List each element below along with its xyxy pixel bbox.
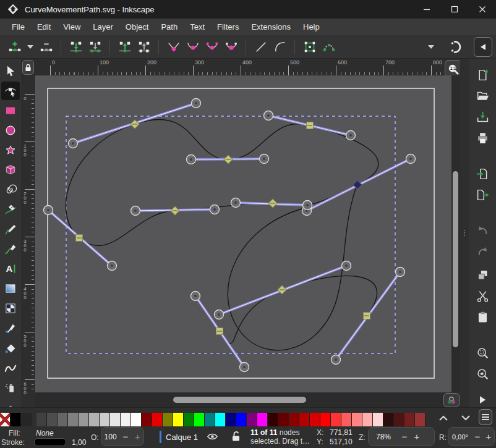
- delete-node-button[interactable]: [36, 37, 56, 56]
- text-tool[interactable]: A: [1, 260, 20, 278]
- gradient-tool[interactable]: [1, 279, 20, 298]
- panel-resize-handle[interactable]: ⋮: [460, 59, 469, 407]
- delete-segment-button[interactable]: [134, 37, 153, 56]
- zoom-selection-button[interactable]: [474, 345, 491, 361]
- menu-layer[interactable]: Layer: [87, 20, 119, 33]
- node-corner-button[interactable]: [164, 37, 183, 56]
- menu-extensions[interactable]: Extensions: [246, 20, 296, 33]
- palette-swatch[interactable]: [100, 413, 110, 426]
- palette-swatch[interactable]: [184, 413, 194, 426]
- palette-swatch[interactable]: [121, 413, 131, 426]
- dropper-tool[interactable]: [1, 319, 20, 337]
- import-button[interactable]: [474, 166, 491, 182]
- node-symmetric-button[interactable]: [202, 37, 221, 56]
- palette-swatch[interactable]: [394, 413, 404, 426]
- spray-tool[interactable]: [1, 378, 20, 397]
- box-3d-tool[interactable]: [1, 161, 20, 179]
- paint-bucket-tool[interactable]: [1, 339, 20, 357]
- palette-swatch[interactable]: [131, 413, 142, 426]
- palette-swatch[interactable]: [58, 413, 68, 426]
- zoom-increase-button[interactable]: +: [411, 431, 423, 442]
- collapse-panel-button[interactable]: [474, 37, 492, 57]
- palette-swatch[interactable]: [215, 413, 226, 426]
- horizontal-scrollbar-thumb[interactable]: [173, 397, 306, 403]
- duplicate-button[interactable]: [474, 267, 491, 283]
- palette-swatch[interactable]: [47, 413, 58, 426]
- palette-swatch[interactable]: [79, 413, 89, 426]
- canvas-viewport[interactable]: [35, 75, 451, 392]
- palette-swatch[interactable]: [142, 413, 152, 426]
- break-nodes-button[interactable]: [115, 37, 134, 56]
- join-with-segment-button[interactable]: [85, 37, 105, 56]
- save-document-button[interactable]: [474, 109, 491, 125]
- calligraphy-tool[interactable]: [1, 240, 20, 258]
- rotation-spinbox[interactable]: 0,00° − +: [448, 427, 495, 446]
- zoom-drawing-button[interactable]: [474, 366, 491, 382]
- open-document-button[interactable]: [474, 88, 491, 104]
- palette-swatch[interactable]: [226, 413, 236, 426]
- selector-tool[interactable]: [1, 62, 20, 80]
- spiral-tool[interactable]: [1, 180, 20, 199]
- palette-swatch[interactable]: [299, 413, 310, 426]
- opacity-value[interactable]: 100: [101, 433, 119, 441]
- palette-swatch[interactable]: [331, 413, 341, 426]
- commands-more-button[interactable]: [474, 392, 491, 408]
- palette-swatch[interactable]: [152, 413, 163, 426]
- rectangle-tool[interactable]: [1, 101, 20, 120]
- paste-button[interactable]: [474, 309, 491, 325]
- lock-guides-button[interactable]: [22, 60, 34, 75]
- layer-name[interactable]: Calque 1: [166, 433, 198, 442]
- new-document-button[interactable]: [474, 67, 491, 83]
- zoom-decrease-button[interactable]: −: [398, 431, 411, 442]
- pen-tool[interactable]: [1, 200, 20, 219]
- node-auto-button[interactable]: [221, 37, 241, 56]
- palette-swatch[interactable]: [236, 413, 247, 426]
- rotation-decrease-button[interactable]: −: [472, 431, 483, 442]
- menu-text[interactable]: Text: [184, 20, 210, 33]
- fill-value[interactable]: None: [36, 429, 54, 437]
- palette-swatch[interactable]: [247, 413, 257, 426]
- mesh-gradient-tool[interactable]: [1, 299, 20, 318]
- undo-button[interactable]: [474, 222, 491, 239]
- palette-swatch[interactable]: [0, 413, 11, 426]
- palette-swatch[interactable]: [11, 413, 21, 426]
- tweak-tool[interactable]: [1, 358, 20, 377]
- zoom-value[interactable]: 78%: [369, 433, 398, 441]
- menu-file[interactable]: File: [6, 20, 30, 33]
- palette-swatch[interactable]: [352, 413, 362, 426]
- rotation-increase-button[interactable]: +: [483, 431, 494, 442]
- object-to-path-button[interactable]: [300, 37, 319, 56]
- menu-edit[interactable]: Edit: [32, 20, 56, 33]
- zoom-spinbox[interactable]: 78% − +: [368, 427, 435, 446]
- vertical-scrollbar-thumb[interactable]: [453, 171, 458, 347]
- export-button[interactable]: [474, 187, 491, 203]
- ellipse-tool[interactable]: [1, 121, 20, 140]
- palette-swatch[interactable]: [194, 413, 205, 426]
- palette-swatch[interactable]: [404, 413, 415, 426]
- palette-swatch[interactable]: [21, 413, 32, 426]
- palette-swatch[interactable]: [36, 413, 47, 426]
- close-button[interactable]: [468, 0, 496, 19]
- palette-scroll-up-button[interactable]: [435, 410, 451, 425]
- node-editor-tool[interactable]: [1, 82, 20, 100]
- palette-menu-button[interactable]: [479, 409, 492, 425]
- palette-swatch[interactable]: [278, 413, 289, 426]
- x-entry-dropdown[interactable]: [425, 37, 437, 56]
- segment-curve-button[interactable]: [270, 37, 289, 56]
- menu-path[interactable]: Path: [155, 20, 183, 33]
- node-smooth-button[interactable]: [183, 37, 202, 56]
- print-button[interactable]: [474, 130, 491, 146]
- palette-swatch[interactable]: [163, 413, 173, 426]
- stroke-swatch[interactable]: [34, 438, 66, 446]
- join-nodes-button[interactable]: [66, 37, 85, 56]
- horizontal-scrollbar[interactable]: [35, 392, 451, 407]
- opacity-increase-button[interactable]: +: [132, 431, 143, 442]
- star-tool[interactable]: [1, 141, 20, 159]
- palette-swatch[interactable]: [257, 413, 268, 426]
- minimize-button[interactable]: [413, 0, 440, 19]
- palette-swatch[interactable]: [89, 413, 100, 426]
- palette-swatch[interactable]: [110, 413, 121, 426]
- stroke-to-path-button[interactable]: [319, 37, 338, 56]
- palette-swatch[interactable]: [383, 413, 394, 426]
- horizontal-ruler[interactable]: 0 100 200 300 400 500 600 700 800: [35, 59, 448, 75]
